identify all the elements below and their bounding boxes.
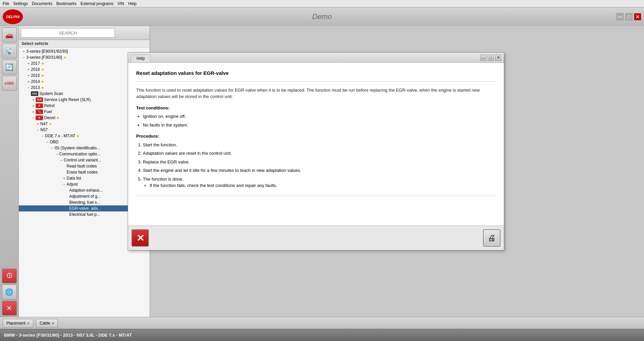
tree-toggle[interactable]: − — [31, 116, 36, 120]
tree-toggle[interactable]: + — [31, 98, 36, 102]
menu-help[interactable]: Help — [128, 1, 137, 6]
sidebar-car-icon[interactable]: 🚗 — [2, 28, 17, 42]
tree-label: Diesel — [44, 115, 55, 120]
tree-toggle[interactable]: + — [26, 74, 31, 78]
tree-label: Service Light Reset (SLR) — [44, 97, 91, 102]
help-dialog: Help — □ ✕ Reset adaptation values for E… — [128, 52, 504, 250]
slr-badge: SLR — [36, 97, 43, 102]
tree-label: Petrol — [44, 103, 54, 108]
help-print-button[interactable]: 🖨 — [483, 229, 500, 247]
tree-label: 2017 — [31, 61, 40, 66]
tree-toggle[interactable]: − — [45, 140, 50, 144]
tree-label: 3-series [F30/31/80] — [26, 55, 62, 60]
test-condition-1: Ignition on, engine off. — [143, 113, 496, 120]
sidebar-web-icon[interactable]: 🌐 — [2, 285, 17, 299]
procedure-step-3: Replace the EGR-valve. — [143, 159, 496, 165]
tree-label: Read fault codes — [67, 164, 97, 168]
menu-file[interactable]: File — [3, 1, 9, 6]
tree-toggle[interactable]: − — [26, 86, 31, 90]
help-window-controls: — □ ✕ — [480, 55, 501, 61]
help-divider — [136, 81, 496, 82]
tree-label: N57 — [40, 128, 48, 132]
tree-toggle[interactable]: − — [40, 134, 45, 138]
tree-toggle[interactable]: + — [26, 80, 31, 84]
tree-toggle[interactable]: − — [50, 146, 54, 150]
tree-label: 2013 — [31, 85, 40, 90]
search-input[interactable] — [21, 28, 115, 38]
help-content: Reset adaptation values for EGR-valve Th… — [128, 63, 504, 226]
tree-label: OBD — [50, 140, 58, 144]
tree-label: Control unit variant... — [64, 158, 101, 162]
placement-add-icon: + — [27, 321, 30, 326]
cable-button[interactable]: Cable + — [36, 319, 58, 328]
placement-label: Placement — [6, 321, 26, 326]
star-icon: ★ — [56, 116, 59, 120]
tree-toggle[interactable]: + — [36, 122, 40, 126]
procedure-step-4: Start the engine and let it idle for a f… — [143, 167, 496, 174]
close-button[interactable]: ✕ — [634, 13, 641, 20]
petrol-badge: ⚡ — [36, 103, 43, 108]
tree-toggle[interactable]: − — [59, 158, 64, 162]
menu-bar: File Settings Documents Bookmarks Extern… — [0, 0, 644, 7]
help-tab[interactable]: Help — [131, 54, 151, 62]
tree-label: Adjustment of g... — [69, 194, 100, 199]
help-maximize-button[interactable]: □ — [488, 55, 494, 61]
sidebar-service-icon[interactable]: 🔄 — [2, 60, 17, 75]
menu-external-programs[interactable]: External programs — [80, 1, 113, 6]
help-footer: ✕ 🖨 — [128, 226, 504, 250]
tree-toggle[interactable]: − — [62, 182, 67, 186]
help-titlebar: Help — □ ✕ — [128, 53, 504, 63]
tree-toggle[interactable]: − — [36, 128, 40, 132]
sidebar-cancel-icon[interactable]: ✕ — [2, 301, 17, 315]
status-text: BMW - 3-series [F30/31/80] - 2013 - N57 … — [4, 333, 132, 338]
sidebar-icons: 🚗 📡 🔄 eOBD ⓘ 🌐 ✕ — [0, 26, 19, 317]
help-title: Reset adaptation values for EGR-valve — [136, 69, 496, 77]
star-icon: ★ — [63, 55, 67, 60]
star-icon: ★ — [41, 67, 44, 72]
help-close-button[interactable]: ✕ — [495, 55, 501, 61]
test-conditions-title: Test conditions: — [136, 105, 496, 111]
star-icon: ★ — [41, 80, 44, 84]
cable-label: Cable — [40, 321, 50, 326]
tree-label: Data list — [67, 176, 81, 181]
menu-bookmarks[interactable]: Bookmarks — [56, 1, 76, 6]
tree-toggle[interactable]: − — [22, 55, 26, 59]
tree-toggle[interactable]: + — [62, 176, 67, 180]
cable-add-icon: + — [51, 321, 54, 326]
sidebar-scan-icon[interactable]: 📡 — [2, 44, 17, 58]
tree-toggle[interactable]: + — [22, 49, 26, 53]
sidebar-info-icon[interactable]: ⓘ — [2, 269, 17, 283]
tree-toggle[interactable]: − — [54, 152, 59, 156]
tree-toggle[interactable]: + — [26, 61, 31, 65]
procedure-step-1: Start the function. — [143, 142, 496, 148]
star-icon: ★ — [49, 122, 52, 126]
app-title: Demo — [312, 12, 332, 21]
select-vehicle-label: Select vehicle — [19, 40, 150, 48]
menu-vin[interactable]: VIN — [117, 1, 124, 6]
tree-label: Fuel — [44, 109, 52, 114]
tree-label: EGR-valve, ada... — [69, 206, 101, 211]
sidebar-eobd-icon[interactable]: eOBD — [2, 76, 17, 91]
maximize-button[interactable]: □ — [625, 13, 633, 20]
tree-toggle[interactable]: + — [31, 104, 36, 108]
delphi-logo: DELPHI — [3, 9, 23, 24]
menu-documents[interactable]: Documents — [32, 1, 52, 6]
tree-label: System Scan — [39, 91, 63, 96]
help-intro: This function is used to reset adaptatio… — [136, 87, 496, 100]
tree-toggle[interactable]: + — [31, 110, 36, 114]
iss-badge: ISS — [31, 91, 38, 96]
procedure-title: Procedure: — [136, 133, 496, 140]
help-close-red-button[interactable]: ✕ — [131, 229, 149, 247]
fuel-badge: 🔧 — [36, 109, 43, 114]
help-divider-bottom — [136, 196, 496, 196]
help-minimize-button[interactable]: — — [480, 55, 486, 61]
tree-label: 2015 — [31, 73, 40, 78]
tree-label: 3-series [E90/91/92/93] — [26, 49, 68, 54]
tree-label: 2014 — [31, 79, 40, 84]
menu-settings[interactable]: Settings — [13, 1, 28, 6]
placement-button[interactable]: Placement + — [3, 319, 33, 328]
tree-label: N47 — [40, 121, 48, 126]
minimize-button[interactable]: — — [616, 13, 624, 20]
tree-label: Adjust — [67, 182, 78, 187]
tree-toggle[interactable]: + — [26, 67, 31, 71]
